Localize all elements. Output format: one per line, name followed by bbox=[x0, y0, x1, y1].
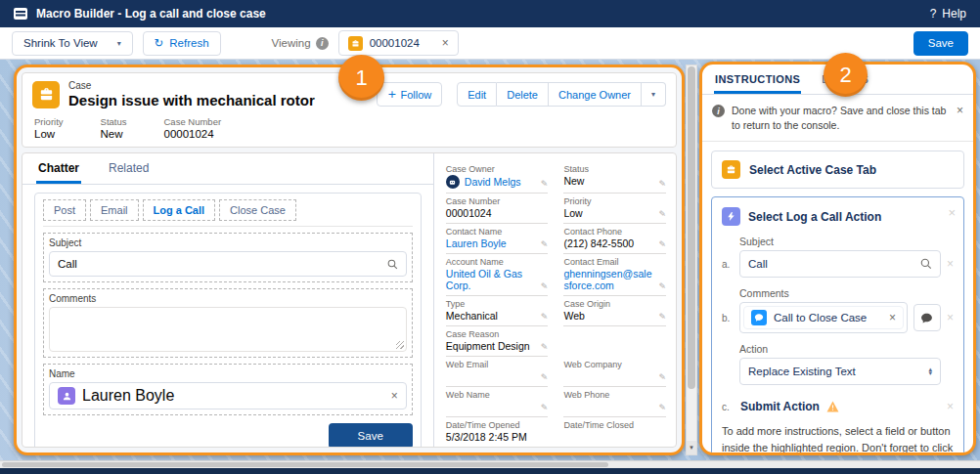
contact-name-link[interactable]: Lauren Boyle bbox=[446, 237, 507, 249]
scrollbar-thumb[interactable] bbox=[2, 462, 608, 467]
record-field: Case Owner David Melgs ✎ bbox=[446, 161, 549, 194]
scroll-down-arrow[interactable]: ▾ bbox=[687, 441, 696, 454]
action-select[interactable]: Replace Existing Text ▴ ▾ bbox=[739, 358, 941, 385]
follow-button[interactable]: + Follow bbox=[377, 82, 442, 107]
vertical-scrollbar[interactable]: ▾ bbox=[686, 65, 697, 455]
record-field: Priority Low ✎ bbox=[563, 194, 666, 224]
comments-label: Comments bbox=[49, 293, 407, 304]
close-icon[interactable]: × bbox=[957, 104, 963, 117]
step-letter: c. bbox=[722, 402, 734, 412]
tab-log-a-call[interactable]: Log a Call bbox=[143, 199, 216, 221]
edit-icon[interactable]: ✎ bbox=[658, 281, 666, 291]
remove-step-icon[interactable]: × bbox=[947, 311, 954, 324]
edit-button[interactable]: Edit bbox=[457, 82, 497, 107]
case-tab-chip[interactable]: 00001024 × bbox=[338, 30, 459, 56]
chevron-down-icon: ▾ bbox=[117, 39, 121, 48]
edit-icon[interactable]: ✎ bbox=[658, 372, 666, 382]
summary-case-number: Case Number 00001024 bbox=[164, 116, 222, 140]
refresh-button[interactable]: ↻ Refresh bbox=[143, 31, 221, 56]
help-icon: ? bbox=[930, 7, 937, 21]
tab-related[interactable]: Related bbox=[107, 153, 151, 184]
tab-chatter[interactable]: Chatter bbox=[36, 153, 81, 184]
close-icon[interactable]: × bbox=[391, 389, 398, 403]
quick-text-browse-button[interactable] bbox=[913, 304, 941, 331]
macro-builder-icon bbox=[14, 8, 27, 20]
record-field: Contact Email ghenningsen@salesforce.com… bbox=[563, 254, 666, 296]
record-field: Web Phone ✎ bbox=[563, 387, 666, 417]
window-bottom-edge bbox=[0, 468, 980, 474]
quick-text-icon bbox=[751, 310, 767, 325]
record-field: Web Email ✎ bbox=[446, 357, 549, 387]
name-field-highlight: Name Lauren Boyle × bbox=[43, 364, 413, 415]
save-macro-button[interactable]: Save bbox=[913, 31, 968, 56]
record-field: Case Origin Web ✎ bbox=[563, 296, 666, 326]
delete-button[interactable]: Delete bbox=[497, 82, 549, 107]
account-name-link[interactable]: United Oil & Gas Corp. bbox=[446, 268, 535, 291]
instruction-select-active-case-tab[interactable]: Select Active Case Tab bbox=[711, 151, 964, 189]
highlighted-case-region: Case Design issue with mechanical rotor … bbox=[14, 65, 685, 455]
publisher-save-button[interactable]: Save bbox=[329, 423, 413, 447]
record-details-column: Case Owner David Melgs ✎ Status New ✎ Ca… bbox=[434, 153, 676, 447]
edit-icon[interactable]: ✎ bbox=[658, 403, 666, 412]
case-owner-link[interactable]: David Melgs bbox=[465, 176, 521, 188]
edit-icon[interactable]: ✎ bbox=[541, 342, 549, 352]
tab-instructions[interactable]: INSTRUCTIONS bbox=[714, 65, 801, 94]
search-icon bbox=[920, 258, 932, 270]
instructions-help-text: To add more instructions, select a field… bbox=[722, 423, 954, 455]
edit-icon[interactable]: ✎ bbox=[541, 281, 549, 291]
record-field: Date/Time Closed bbox=[563, 417, 666, 447]
quick-text-chip-label: Call to Close Case bbox=[774, 312, 867, 323]
change-owner-button[interactable]: Change Owner bbox=[549, 82, 642, 107]
help-button[interactable]: ? Help bbox=[930, 7, 966, 21]
app-header: Macro Builder - Log a call and close cas… bbox=[0, 0, 980, 27]
callout-badge-1: 1 bbox=[338, 55, 384, 101]
warning-icon bbox=[826, 401, 839, 412]
change-owner-icon[interactable]: ✎ bbox=[541, 179, 549, 189]
subject-field-highlight: Subject Call bbox=[43, 233, 413, 282]
quick-action-icon bbox=[722, 207, 740, 226]
name-lookup-input[interactable]: Lauren Boyle × bbox=[49, 382, 407, 409]
case-title: Design issue with mechanical rotor bbox=[68, 92, 315, 108]
edit-icon[interactable]: ✎ bbox=[541, 403, 549, 412]
subject-label: Subject bbox=[739, 236, 954, 247]
summary-priority: Priority Low bbox=[34, 116, 64, 140]
record-field: Contact Name Lauren Boyle ✎ bbox=[446, 224, 549, 254]
tab-email[interactable]: Email bbox=[90, 199, 139, 221]
remove-step-icon[interactable]: × bbox=[947, 257, 954, 271]
search-icon bbox=[387, 259, 398, 270]
case-body-card: Chatter Related Post Email Log a Call Cl… bbox=[22, 152, 677, 448]
edit-icon[interactable]: ✎ bbox=[658, 209, 666, 219]
tab-close-case[interactable]: Close Case bbox=[219, 199, 296, 221]
edit-icon[interactable]: ✎ bbox=[541, 312, 549, 322]
macro-comments-input[interactable]: Call to Close Case × bbox=[739, 302, 908, 333]
remove-instruction-icon[interactable]: × bbox=[948, 205, 956, 220]
edit-icon[interactable]: ✎ bbox=[541, 239, 549, 249]
name-label: Name bbox=[49, 368, 407, 379]
edit-icon[interactable]: ✎ bbox=[658, 239, 666, 249]
record-field: Account Name United Oil & Gas Corp. ✎ bbox=[446, 254, 549, 296]
edit-icon[interactable]: ✎ bbox=[658, 179, 666, 189]
shrink-to-view-button[interactable]: Shrink To View ▾ bbox=[12, 31, 133, 56]
record-field: Contact Phone (212) 842-5500 ✎ bbox=[563, 224, 666, 254]
close-icon[interactable]: × bbox=[442, 36, 449, 50]
more-actions-button[interactable]: ▾ bbox=[642, 82, 666, 107]
horizontal-scrollbar[interactable] bbox=[0, 460, 980, 468]
edit-icon[interactable]: ✎ bbox=[541, 372, 549, 382]
info-icon[interactable]: i bbox=[316, 37, 329, 50]
contact-email-link[interactable]: ghenningsen@salesforce.com bbox=[563, 268, 651, 291]
tab-post[interactable]: Post bbox=[43, 199, 86, 221]
macro-instructions-panel: INSTRUCTIONS DETAILS i Done with your ma… bbox=[699, 62, 976, 455]
comments-textarea[interactable] bbox=[49, 307, 407, 352]
step-letter: a. bbox=[722, 259, 734, 270]
edit-icon[interactable]: ✎ bbox=[658, 312, 666, 322]
refresh-icon: ↻ bbox=[155, 36, 164, 50]
scrollbar-thumb[interactable] bbox=[688, 66, 695, 389]
contact-icon bbox=[58, 387, 75, 405]
subject-input[interactable]: Call bbox=[49, 251, 407, 277]
macro-toolbar: Shrink To View ▾ ↻ Refresh Viewing i 000… bbox=[0, 27, 980, 60]
remove-step-icon[interactable]: × bbox=[947, 400, 954, 413]
close-icon[interactable]: × bbox=[889, 311, 896, 324]
case-icon bbox=[32, 81, 60, 108]
macro-subject-input[interactable]: Call bbox=[739, 250, 941, 278]
subject-label: Subject bbox=[49, 237, 407, 248]
